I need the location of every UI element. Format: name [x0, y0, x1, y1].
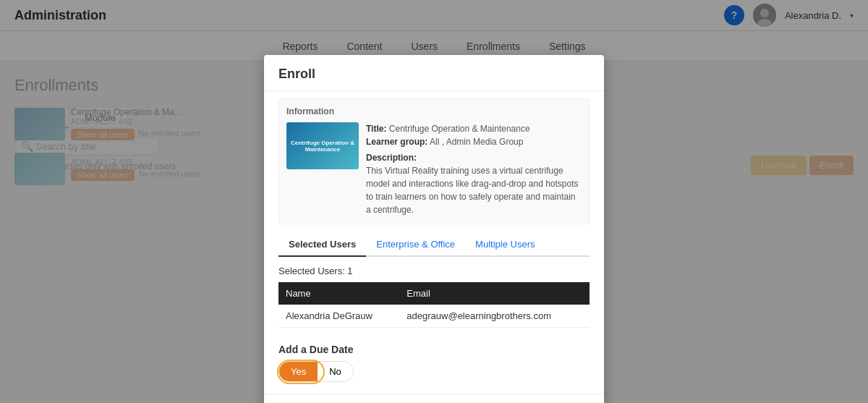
modal-title: Enroll [278, 67, 315, 81]
learner-group-value: All , Admin Media Group [430, 137, 523, 147]
title-value: Centrifuge Operation & Maintenance [389, 124, 530, 134]
modal-header: Enroll [264, 55, 604, 91]
enroll-modal: Enroll Information Centrifuge Operation … [264, 55, 604, 186]
description-value: This Virtual Reality training uses a vir… [366, 166, 579, 186]
info-text: Title: Centrifuge Operation & Maintenanc… [366, 122, 582, 186]
description-label: Description: [366, 151, 582, 164]
title-label: Title: [366, 124, 386, 134]
info-content: Centrifuge Operation & Maintenance Title… [286, 122, 582, 186]
course-thumbnail: Centrifuge Operation & Maintenance [286, 122, 359, 169]
modal-overlay: Enroll Information Centrifuge Operation … [0, 0, 868, 186]
info-section: Information Centrifuge Operation & Maint… [278, 98, 590, 186]
info-section-label: Information [286, 106, 582, 116]
learner-group-label: Learner group: [366, 137, 427, 147]
